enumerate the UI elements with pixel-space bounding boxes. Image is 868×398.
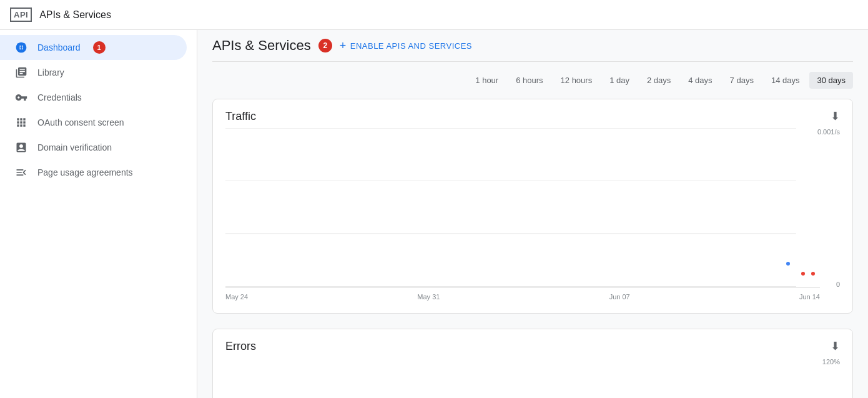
traffic-x-label-1: May 31 bbox=[417, 293, 440, 301]
time-btn-12hours[interactable]: 12 hours bbox=[553, 72, 600, 89]
time-btn-1day[interactable]: 1 day bbox=[602, 72, 637, 89]
top-bar: API APIs & Services bbox=[0, 0, 868, 30]
traffic-dot-red-2 bbox=[811, 272, 815, 276]
errors-download-button[interactable]: ⬇ bbox=[831, 339, 840, 353]
sidebar-item-dashboard[interactable]: Dashboard 1 bbox=[0, 35, 187, 60]
sidebar-item-library-label: Library bbox=[37, 67, 64, 77]
enable-apis-label: ENABLE APIS AND SERVICES bbox=[350, 41, 472, 51]
sidebar-dashboard-badge: 1 bbox=[93, 41, 106, 54]
svg-point-0 bbox=[17, 43, 19, 45]
sidebar-item-library[interactable]: Library bbox=[0, 60, 187, 85]
time-btn-6hours[interactable]: 6 hours bbox=[508, 72, 550, 89]
domain-icon bbox=[15, 141, 27, 154]
svg-point-1 bbox=[20, 43, 22, 45]
errors-chart-card: Errors ⬇ 120% 100% bbox=[212, 329, 853, 398]
errors-chart-area: 120% 100% bbox=[225, 358, 840, 398]
api-logo: API bbox=[10, 7, 32, 22]
content-area: APIs & Services 2 + ENABLE APIS AND SERV… bbox=[197, 30, 868, 398]
traffic-dot-blue bbox=[786, 262, 790, 266]
svg-point-4 bbox=[20, 46, 22, 48]
svg-point-2 bbox=[23, 43, 25, 45]
time-btn-14days[interactable]: 14 days bbox=[764, 72, 807, 89]
time-btn-4days[interactable]: 4 days bbox=[681, 72, 719, 89]
library-icon bbox=[15, 66, 27, 79]
time-btn-2days[interactable]: 2 days bbox=[639, 72, 678, 89]
sidebar-item-credentials[interactable]: Credentials bbox=[0, 85, 187, 110]
traffic-x-label-0: May 24 bbox=[225, 293, 248, 301]
sidebar-item-dashboard-label: Dashboard bbox=[37, 42, 81, 52]
time-btn-30days[interactable]: 30 days bbox=[809, 72, 853, 89]
top-bar-title: APIs & Services bbox=[39, 9, 111, 21]
main-layout: Dashboard 1 Library Credentials bbox=[0, 30, 868, 398]
time-range-selector: 1 hour 6 hours 12 hours 1 day 2 days 4 d… bbox=[212, 72, 853, 89]
svg-point-5 bbox=[23, 46, 25, 48]
errors-chart-header: Errors ⬇ bbox=[225, 339, 840, 353]
sidebar-item-oauth-label: OAuth consent screen bbox=[37, 117, 124, 127]
traffic-chart-header: Traffic ⬇ bbox=[225, 109, 840, 123]
errors-scale-top: 120% bbox=[822, 358, 840, 366]
settings-icon bbox=[15, 166, 27, 179]
traffic-x-label-3: Jun 14 bbox=[799, 293, 820, 301]
sidebar-item-domain-label: Domain verification bbox=[37, 142, 112, 152]
traffic-chart-svg bbox=[225, 128, 820, 288]
page-notification-badge: 2 bbox=[318, 39, 332, 52]
sidebar: Dashboard 1 Library Credentials bbox=[0, 30, 197, 398]
page-title: APIs & Services bbox=[212, 37, 311, 54]
page-header: APIs & Services 2 + ENABLE APIS AND SERV… bbox=[212, 30, 853, 62]
traffic-chart-title: Traffic bbox=[225, 110, 256, 123]
key-icon bbox=[15, 91, 27, 104]
traffic-x-label-2: Jun 07 bbox=[609, 293, 630, 301]
sidebar-item-oauth[interactable]: OAuth consent screen bbox=[0, 110, 187, 135]
traffic-x-labels: May 24 May 31 Jun 07 Jun 14 bbox=[225, 291, 820, 303]
traffic-scale-bottom: 0 bbox=[836, 281, 840, 288]
oauth-icon bbox=[15, 116, 27, 129]
sidebar-item-page-usage[interactable]: Page usage agreements bbox=[0, 160, 187, 185]
svg-point-3 bbox=[17, 46, 19, 48]
traffic-download-button[interactable]: ⬇ bbox=[831, 109, 840, 123]
enable-apis-button[interactable]: + ENABLE APIS AND SERVICES bbox=[340, 39, 472, 52]
sidebar-item-domain[interactable]: Domain verification bbox=[0, 135, 187, 160]
sidebar-item-credentials-label: Credentials bbox=[37, 92, 82, 102]
grid-icon bbox=[15, 41, 27, 54]
traffic-chart-area: 0.001/s 0 May 24 May 31 bbox=[225, 128, 840, 303]
time-btn-1hour[interactable]: 1 hour bbox=[468, 72, 506, 89]
time-btn-7days[interactable]: 7 days bbox=[723, 72, 761, 89]
plus-icon: + bbox=[340, 39, 347, 52]
traffic-dot-red-1 bbox=[801, 272, 805, 276]
traffic-chart-card: Traffic ⬇ 0.001/s 0 bbox=[212, 99, 853, 314]
traffic-scale-top: 0.001/s bbox=[817, 128, 840, 136]
errors-chart-title: Errors bbox=[225, 340, 256, 353]
sidebar-item-page-usage-label: Page usage agreements bbox=[37, 167, 133, 177]
